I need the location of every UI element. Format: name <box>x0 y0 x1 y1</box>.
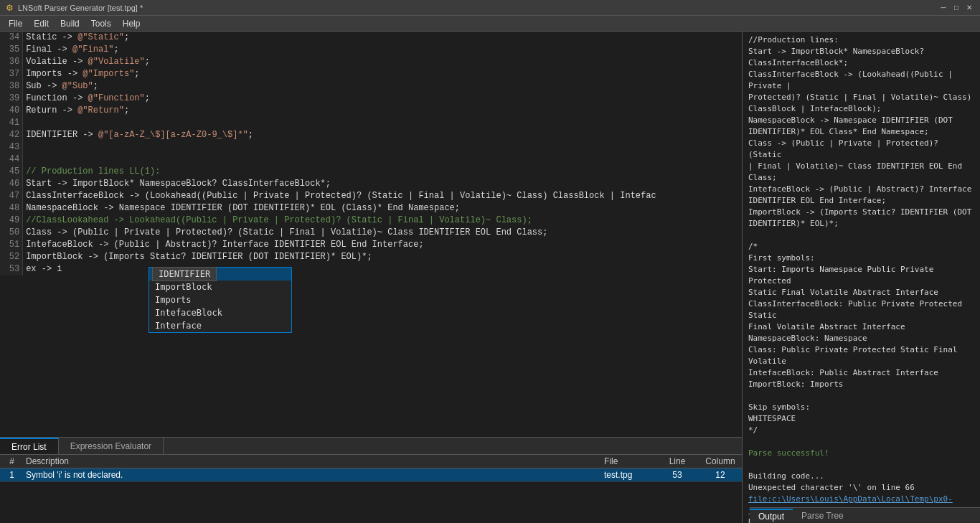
main-layout: 34Static -> @"Static";35Final -> @"Final… <box>0 32 980 523</box>
col-header-column: Column <box>699 455 742 468</box>
line-content[interactable]: Final -> @"Final"; <box>23 44 742 56</box>
editor-area: 34Static -> @"Static";35Final -> @"Final… <box>0 32 743 523</box>
line-number: 38 <box>0 80 23 93</box>
line-content[interactable]: //ClassLookahead -> Lookahead((Public | … <box>23 215 742 227</box>
line-content[interactable]: Return -> @"Return"; <box>23 105 742 117</box>
line-content[interactable]: Volatile -> @"Volatile"; <box>23 56 742 68</box>
line-content[interactable]: Function -> @"Function"; <box>23 93 742 105</box>
window-title-text: LNSoft Parser Generator [test.tpg] * <box>18 4 143 12</box>
menu-edit[interactable]: Edit <box>28 17 55 30</box>
ac-item-interface[interactable]: Interface <box>149 319 291 332</box>
code-scroll[interactable]: 34Static -> @"Static";35Final -> @"Final… <box>0 32 742 437</box>
line-number: 47 <box>0 190 23 202</box>
line-content[interactable]: IDENTIFIER -> @"[a-zA-Z_\$][a-zA-Z0-9_\$… <box>23 129 742 141</box>
right-comment-end: */ <box>748 425 974 436</box>
right-line-class2: | Final | Volatile)~ Class IDENTIFIER EO… <box>748 161 974 184</box>
line-number: 45 <box>0 166 23 178</box>
code-line: 35Final -> @"Final"; <box>0 44 742 56</box>
code-line: 53ex -> i <box>0 263 742 275</box>
error-desc: Symbol 'i' is not declared. <box>20 468 598 482</box>
col-header-description: Description <box>20 455 598 468</box>
minimize-button[interactable]: ─ <box>938 3 948 13</box>
code-line: 40Return -> @"Return"; <box>0 105 742 117</box>
tab-error-list[interactable]: Error List <box>0 438 59 454</box>
line-number: 50 <box>0 227 23 239</box>
code-table: 34Static -> @"Static";35Final -> @"Final… <box>0 32 742 275</box>
window-controls: ─ □ ✕ <box>938 3 974 13</box>
right-production-title: //Production lines: <box>748 34 974 46</box>
line-number: 41 <box>0 117 23 129</box>
code-line: 41 <box>0 117 742 129</box>
line-number: 37 <box>0 68 23 80</box>
code-line: 45// Production lines LL(1): <box>0 166 742 178</box>
line-content[interactable]: Sub -> @"Sub"; <box>23 80 742 93</box>
right-line-cib2: Protected)? (Static | Final | Volatile)~… <box>748 92 974 103</box>
menu-help[interactable]: Help <box>117 17 146 30</box>
line-number: 52 <box>0 251 23 263</box>
right-fs-cib: ClassInterfaceBlock: Public Private Prot… <box>748 298 974 321</box>
ac-item-importblock[interactable]: ImportBlock <box>149 281 291 293</box>
code-line: 51IntefaceBlock -> (Public | Abstract)? … <box>0 239 742 251</box>
error-line: 53 <box>656 468 699 482</box>
line-content[interactable]: Imports -> @"Imports"; <box>23 68 742 80</box>
line-content[interactable]: Start -> ImportBlock* NamespaceBlock? Cl… <box>23 178 742 190</box>
error-row[interactable]: 1 Symbol 'i' is not declared. test.tpg 5… <box>0 468 742 482</box>
right-fs-start2: Static Final Volatile Abstract Interface <box>748 287 974 298</box>
line-number: 49 <box>0 215 23 227</box>
error-file: test.tpg <box>598 468 656 482</box>
col-header-file: File <box>598 455 656 468</box>
autocomplete-tooltip: IDENTIFIER <box>152 267 217 281</box>
right-line-start2: ClassInterfaceBlock*; <box>748 57 974 69</box>
code-line: 43 <box>0 141 742 154</box>
right-comment-start: /* <box>748 241 974 253</box>
right-skip-title: Skip symbols: <box>748 402 974 413</box>
code-line: 47ClassInterfaceBlock -> (Lookahead((Pub… <box>0 190 742 202</box>
menu-file[interactable]: File <box>3 17 28 30</box>
code-line: 50Class -> (Public | Private | Protected… <box>0 227 742 239</box>
right-line-start: Start -> ImportBlock* NamespaceBlock? <box>748 46 974 57</box>
line-content[interactable]: Static -> @"Static"; <box>23 32 742 44</box>
line-content[interactable]: ex -> i <box>23 263 742 275</box>
line-content[interactable]: Class -> (Public | Private | Protected)?… <box>23 227 742 239</box>
title-bar: ⚙ LNSoft Parser Generator [test.tpg] * ─… <box>0 0 980 16</box>
window-title: ⚙ LNSoft Parser Generator [test.tpg] * <box>6 3 143 13</box>
line-number: 34 <box>0 32 23 44</box>
right-first-symbols-title: First symbols: <box>748 253 974 264</box>
line-content[interactable] <box>23 154 742 166</box>
ac-item-intefaceblock[interactable]: IntefaceBlock <box>149 306 291 319</box>
code-line: 36Volatile -> @"Volatile"; <box>0 56 742 68</box>
error-table: # Description File Line Column 1 Symbol … <box>0 455 742 482</box>
tab-parse-tree[interactable]: Parse Tree <box>793 509 852 522</box>
line-number: 36 <box>0 56 23 68</box>
line-content[interactable] <box>23 117 742 129</box>
tab-output[interactable]: Output <box>750 509 793 523</box>
right-bottom-tabs: Output Parse Tree <box>750 507 980 523</box>
col-header-line: Line <box>656 455 699 468</box>
line-number: 53 <box>0 263 23 275</box>
restore-button[interactable]: □ <box>951 3 961 13</box>
line-content[interactable]: NamespaceBlock -> Namespace IDENTIFIER (… <box>23 202 742 215</box>
menu-tools[interactable]: Tools <box>85 17 117 30</box>
right-fs-import: ImportBlock: Imports <box>748 379 974 390</box>
app-icon: ⚙ <box>6 3 14 13</box>
ac-item-imports[interactable]: Imports <box>149 293 291 306</box>
line-number: 42 <box>0 129 23 141</box>
code-line: 37Imports -> @"Imports"; <box>0 68 742 80</box>
close-button[interactable]: ✕ <box>964 3 974 13</box>
menu-build[interactable]: Build <box>55 17 85 30</box>
line-content[interactable]: ClassInterfaceBlock -> (Lookahead((Publi… <box>23 190 742 202</box>
tab-expression-evaluator[interactable]: Expression Evaluator <box>59 438 164 454</box>
line-content[interactable]: ImportBlock -> (Imports Static? IDENTIFI… <box>23 251 742 263</box>
right-line-cib: ClassInterfaceBlock -> (Lookahead((Publi… <box>748 69 974 92</box>
right-fs-class2: Volatile <box>748 356 974 367</box>
bottom-tabs: Error List Expression Evaluator <box>0 438 742 455</box>
right-fs-ns: NamespaceBlock: Namespace <box>748 333 974 344</box>
line-number: 46 <box>0 178 23 190</box>
code-line: 46Start -> ImportBlock* NamespaceBlock? … <box>0 178 742 190</box>
code-editor[interactable]: 34Static -> @"Static";35Final -> @"Final… <box>0 32 742 437</box>
line-content[interactable]: IntefaceBlock -> (Public | Abstract)? In… <box>23 239 742 251</box>
right-panel[interactable]: //Production lines: Start -> ImportBlock… <box>743 32 980 523</box>
right-line-iface2: IDENTIFIER EOL End Interface; <box>748 195 974 207</box>
line-content[interactable]: // Production lines LL(1): <box>23 166 742 178</box>
line-content[interactable] <box>23 141 742 154</box>
